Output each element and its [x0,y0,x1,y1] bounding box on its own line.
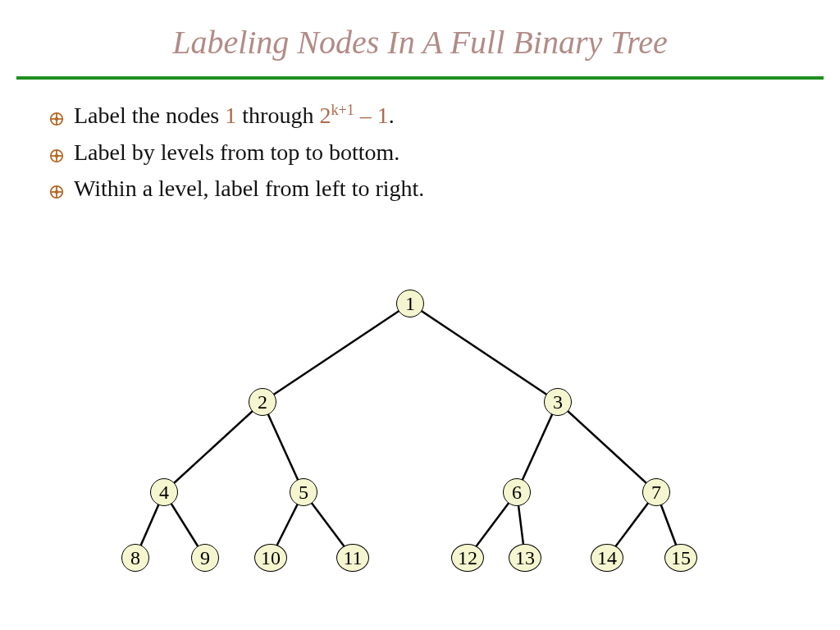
text-fragment: through [236,103,319,128]
bullet-text: Within a level, label from left to right… [74,174,424,203]
compass-icon [49,185,64,199]
svg-line-16 [517,402,558,492]
slide-title: Labeling Nodes In A Full Binary Tree [0,0,840,62]
svg-line-14 [164,402,262,492]
tree-node-5: 5 [290,478,317,506]
tree-node-11: 11 [336,544,369,572]
tree-node-1: 1 [396,290,424,317]
svg-line-12 [262,304,410,402]
tree-node-14: 14 [591,544,623,572]
tree-node-4: 4 [150,478,178,506]
tree-node-8: 8 [121,544,149,572]
tree-node-6: 6 [503,478,531,506]
bullet-item: Within a level, label from left to right… [49,174,807,203]
compass-icon [49,148,64,163]
text-accent: 2k+1 – 1 [319,103,388,128]
text-fragment: 2 [319,103,331,128]
text-superscript: k+1 [331,102,354,118]
binary-tree-diagram: 1 2 3 4 5 6 7 8 9 10 11 12 13 14 15 [0,254,840,615]
tree-node-10: 10 [254,544,287,572]
text-fragment: . [389,103,395,128]
tree-node-2: 2 [249,388,276,416]
svg-point-11 [55,190,59,194]
bullet-item: Label the nodes 1 through 2k+1 – 1. [49,101,807,131]
horizontal-rule [16,76,824,80]
svg-line-13 [410,304,558,402]
bullet-item: Label by levels from top to bottom. [49,138,807,167]
bullet-text: Label by levels from top to bottom. [74,138,399,167]
tree-node-3: 3 [544,388,572,416]
compass-icon [49,112,64,126]
bullet-list: Label the nodes 1 through 2k+1 – 1. Labe… [49,101,807,204]
tree-node-9: 9 [191,544,219,572]
text-fragment: – 1 [354,103,389,128]
svg-point-3 [55,117,59,121]
tree-node-7: 7 [642,478,670,506]
tree-node-12: 12 [451,544,484,572]
text-accent: 1 [225,103,236,128]
tree-node-15: 15 [664,544,697,572]
svg-line-17 [558,402,656,492]
text-fragment: Label the nodes [74,103,225,128]
tree-node-13: 13 [509,544,541,572]
bullet-text: Label the nodes 1 through 2k+1 – 1. [74,101,395,131]
svg-point-7 [55,153,59,158]
slide: Labeling Nodes In A Full Binary Tree Lab… [0,0,840,630]
